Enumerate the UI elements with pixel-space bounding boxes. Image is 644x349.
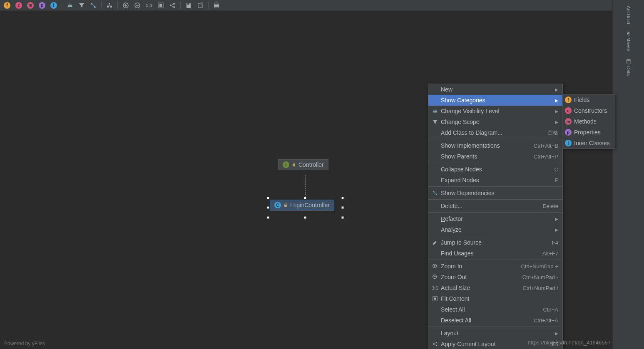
database-icon [626,59,632,64]
constructors-icon: c [565,107,572,114]
menu-item-new[interactable]: New▶ [428,84,562,95]
selection-handle[interactable] [341,197,344,199]
selection-handle[interactable] [341,206,344,209]
submenu-arrow-icon: ▶ [555,217,558,221]
actual-size-button[interactable]: 1:1 [144,1,154,10]
visibility-button[interactable] [65,1,75,10]
toolbar: f c m p i 1:1 [0,0,644,11]
layout-icon [106,2,113,9]
submenu-arrow-icon: ▶ [555,331,558,336]
shortcut: Ctrl+Alt+B [534,143,558,149]
selection-handle[interactable] [267,197,269,199]
menu-item-show-dependencies[interactable]: Show Dependencies [428,188,562,198]
zoom-in-button[interactable] [120,1,131,10]
constructors-toggle[interactable]: c [13,1,24,10]
fit-content-button[interactable] [155,1,166,10]
scope-button[interactable] [76,1,87,10]
shortcut: E [554,177,558,183]
zoom-in-icon [122,2,129,9]
methods-icon: m [565,118,572,125]
selection-handle[interactable] [267,206,269,209]
submenu-arrow-icon: ▶ [555,87,558,92]
selection-handle[interactable] [267,216,269,219]
menu-item-layout[interactable]: Layout▶ [428,328,562,339]
menu-icon [431,274,439,280]
node-controller[interactable]: I Controller [278,159,328,170]
menu-separator [428,236,562,236]
constructors-icon: c [15,2,22,9]
menu-separator [428,212,562,213]
submenu-item-constructors[interactable]: cConstructors [563,105,615,116]
menu-item-delete[interactable]: Delete...Delete [428,200,562,211]
dependencies-button[interactable] [88,1,99,10]
actual-size-icon: 1:1 [146,3,152,8]
save-button[interactable] [183,1,194,10]
zoom-out-button[interactable] [132,1,143,10]
menu-item-jump-to-source[interactable]: Jump to SourceF4 [428,237,562,248]
menu-item-actual-size[interactable]: 1:1Actual SizeCtrl+NumPad / [428,282,562,293]
menu-item-show-parents[interactable]: Show ParentsCtrl+Alt+P [428,151,562,162]
watermark: https://blog.csdn.net/qq_41946557 [528,339,611,346]
selection-handle[interactable] [304,197,306,199]
separator [101,2,102,9]
menu-item-deselect-all[interactable]: Deselect AllCtrl+Alt+A [428,315,562,326]
share-button[interactable] [167,1,178,10]
menu-item-zoom-out[interactable]: Zoom OutCtrl+NumPad - [428,272,562,282]
menu-item-change-scope[interactable]: Change Scope▶ [428,116,562,127]
menu-item-fit-content[interactable]: Fit Content [428,293,562,304]
menu-item-collapse-nodes[interactable]: Collapse NodesC [428,164,562,175]
node-login-controller[interactable]: C LoginController [270,200,334,210]
fields-toggle[interactable]: f [2,1,12,10]
properties-toggle[interactable]: p [37,1,47,10]
menu-icon [431,119,439,125]
menu-separator [428,186,562,187]
submenu-label: Properties [574,129,601,136]
submenu-item-inner-classes[interactable]: iInner Classes [563,138,615,149]
shortcut: F4 [552,240,558,246]
svg-rect-2 [109,3,110,4]
menu-icon [431,190,439,196]
shortcut: 空格 [547,129,558,136]
selection-handle[interactable] [341,216,344,219]
menu-item-change-visibility-level[interactable]: Change Visibility Level▶ [428,106,562,116]
shortcut: Delete [542,203,558,209]
svg-rect-24 [434,297,436,299]
methods-icon: m [27,2,34,9]
menu-item-refactor[interactable]: Refactor▶ [428,213,562,224]
inner-classes-toggle[interactable]: i [48,1,59,10]
menu-label: Deselect All [439,317,534,324]
menu-item-select-all[interactable]: Select AllCtrl+A [428,304,562,315]
submenu-item-properties[interactable]: pProperties [563,127,615,138]
submenu-label: Inner Classes [574,140,610,146]
share-icon [169,2,176,9]
layout-button[interactable] [104,1,115,10]
inner-classes-icon: i [50,2,57,9]
menu-item-analyze[interactable]: Analyze▶ [428,224,562,235]
menu-label: Jump to Source [439,239,552,246]
menu-icon [431,296,439,302]
maven-tool[interactable]: mMaven [625,28,632,54]
submenu-label: Methods [574,118,597,125]
submenu-item-methods[interactable]: mMethods [563,116,615,127]
methods-toggle[interactable]: m [25,1,36,10]
interface-icon: I [283,161,289,168]
shortcut: C [554,166,558,173]
menu-item-find-usages[interactable]: Find UsagesAlt+F7 [428,248,562,259]
menu-item-show-implementations[interactable]: Show ImplementationsCtrl+Alt+B [428,140,562,151]
menu-item-zoom-in[interactable]: Zoom InCtrl+NumPad + [428,261,562,272]
print-button[interactable] [211,1,222,10]
export-button[interactable] [195,1,206,10]
menu-item-expand-nodes[interactable]: Expand NodesE [428,175,562,186]
menu-label: Expand Nodes [439,177,554,183]
svg-rect-4 [110,6,112,7]
submenu-item-fields[interactable]: fFields [563,94,615,105]
properties-icon: p [39,2,45,9]
data-tool[interactable]: Data [625,55,632,79]
inheritance-edge [305,175,306,199]
menu-label: Refactor [439,215,552,222]
svg-point-10 [173,3,175,5]
selection-handle[interactable] [304,216,306,219]
menu-item-show-categories[interactable]: Show Categories▶ [428,95,562,106]
menu-item-add-class-to-diagram[interactable]: Add Class to Diagram...空格 [428,127,562,138]
ant-build-tool[interactable]: Ant Build [625,2,632,27]
